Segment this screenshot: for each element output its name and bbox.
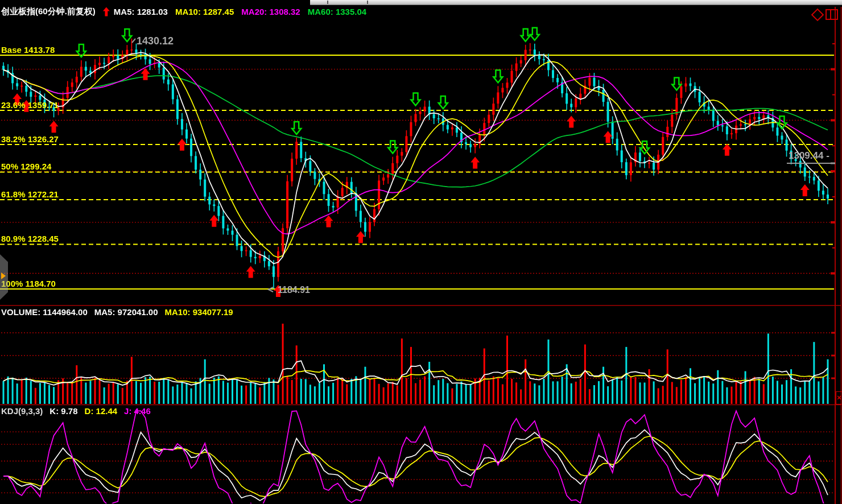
scrollbar-notch — [367, 1, 368, 4]
high-price-label: 1430.12 — [137, 35, 174, 47]
chart-title-bar: 创业板指(60分钟.前复权) MA5: 1281.03 MA10: 1287.4… — [1, 6, 366, 17]
fib-label-61.8: 61.8% 1272.21 — [1, 189, 59, 199]
kdj-k-value: K: 9.78 — [49, 406, 77, 416]
fib-label-100: 100% 1184.70 — [1, 279, 56, 288]
instrument-title: 创业板指(60分钟.前复权) — [1, 6, 96, 17]
window-split-icon[interactable] — [826, 9, 838, 20]
kdj-j-value: J: 4.46 — [124, 406, 151, 416]
ma60-value: MA60: 1335.04 — [308, 7, 366, 16]
kdj-d-value: D: 12.44 — [85, 406, 118, 416]
fib-label-50: 50% 1299.24 — [1, 162, 51, 171]
expand-arrow-icon — [1, 272, 6, 279]
fib-label-80.9: 80.9% 1228.45 — [1, 234, 59, 243]
scrollbar-notch — [327, 1, 328, 4]
ma10-value: MA10: 1287.45 — [175, 7, 234, 16]
fib-label-23.6: 23.6% 1359.71 — [1, 100, 59, 110]
last-price-label: 1309.44 - — [789, 150, 829, 162]
volume-ma5: MA5: 972041.00 — [94, 307, 158, 317]
low-price-label: 1184.91 — [278, 285, 310, 295]
buy-signal-icon — [103, 7, 110, 16]
volume-ma10: MA10: 934077.19 — [165, 307, 233, 317]
left-panel-handle[interactable] — [0, 254, 8, 300]
ma5-value: MA5: 1281.03 — [114, 7, 168, 16]
ma20-value: MA20: 1308.32 — [241, 7, 300, 16]
chart-canvas[interactable] — [0, 0, 842, 504]
kdj-header: KDJ(9,3,3) K: 9.78 D: 12.44 J: 4.46 — [1, 406, 151, 416]
horizontal-scrollbar[interactable] — [310, 0, 842, 5]
fib-label-38.2: 38.2% 1326.27 — [1, 134, 59, 144]
close-pane-icon[interactable]: ✕ — [836, 391, 842, 404]
stock-chart-window: 创业板指(60分钟.前复权) MA5: 1281.03 MA10: 1287.4… — [0, 0, 842, 504]
volume-value: VOLUME: 1144964.00 — [1, 307, 88, 317]
window-split-pane — [827, 10, 831, 19]
fib-label-base: Base 1413.78 — [1, 45, 55, 55]
volume-header: VOLUME: 1144964.00 MA5: 972041.00 MA10: … — [1, 307, 233, 317]
kdj-name: KDJ(9,3,3) — [1, 406, 43, 416]
